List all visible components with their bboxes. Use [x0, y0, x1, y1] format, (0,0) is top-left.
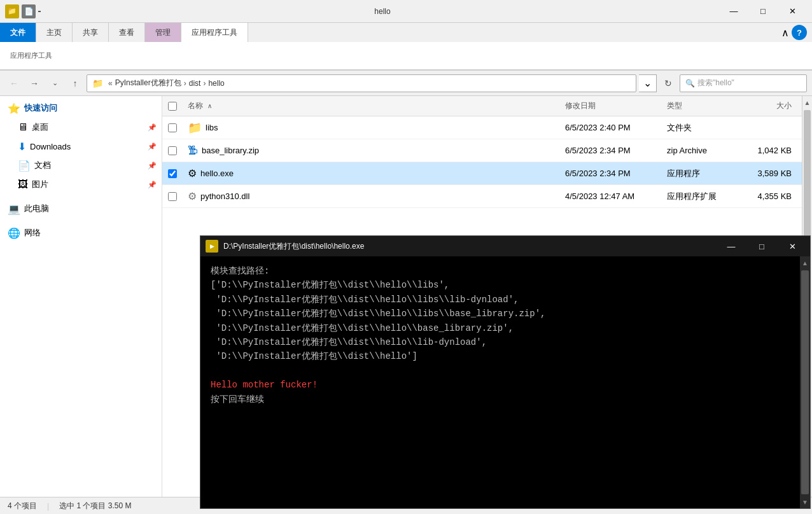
up-button[interactable]: ↑	[66, 74, 84, 92]
documents-icon: 📄	[18, 160, 31, 172]
pictures-label: 图片	[32, 179, 48, 190]
row-date-libs: 6/5/2023 2:40 PM	[560, 123, 662, 132]
console-line-7: 'D:\\PyInstaller优雅打包\\dist\\hello']	[211, 349, 800, 363]
row-date-exe: 6/5/2023 2:34 PM	[560, 169, 662, 178]
close-button[interactable]: ✕	[778, 0, 807, 23]
pictures-icon: 🖼	[18, 179, 28, 190]
sidebar-item-network[interactable]: 🌐 网络	[0, 223, 162, 242]
refresh-button[interactable]: ↻	[659, 74, 677, 92]
search-box[interactable]: 🔍 搜索"hello"	[680, 74, 807, 92]
select-all-checkbox[interactable]	[168, 102, 177, 111]
console-line-1: 模块查找路径:	[211, 264, 800, 278]
checkbox-zip[interactable]	[168, 146, 177, 155]
sidebar-item-thispc[interactable]: 💻 此电脑	[0, 199, 162, 218]
scrollbar-up[interactable]: ▲	[802, 96, 812, 109]
maximize-button[interactable]: □	[748, 0, 778, 23]
row-check-exe[interactable]	[162, 169, 183, 178]
file-row[interactable]: ⚙ python310.dll 4/5/2023 12:47 AM 应用程序扩展…	[162, 185, 802, 208]
path-part-root[interactable]: PyInstaller优雅打包	[115, 78, 181, 88]
path-part-hello[interactable]: hello	[208, 79, 224, 88]
libs-icon: 📁	[188, 121, 202, 135]
sidebar-quick-access[interactable]: ⭐ 快速访问	[0, 99, 162, 118]
console-line-2: ['D:\\PyInstaller优雅打包\\dist\\hello\\libs…	[211, 278, 800, 292]
row-type-libs: 文件夹	[662, 122, 738, 134]
header-type[interactable]: 类型	[662, 101, 738, 111]
row-check-zip[interactable]	[162, 146, 183, 155]
row-name-libs[interactable]: 📁 libs	[183, 121, 560, 135]
sidebar-item-pictures[interactable]: 🖼 图片 📌	[0, 175, 162, 194]
help-button[interactable]: ?	[792, 25, 807, 40]
path-folder-icon: 📁	[92, 78, 103, 88]
row-check-dll[interactable]	[162, 192, 183, 201]
console-line-4: 'D:\\PyInstaller优雅打包\\dist\\hello\\libs\…	[211, 307, 800, 321]
file-row[interactable]: 📁 libs 6/5/2023 2:40 PM 文件夹	[162, 116, 802, 139]
console-window: ▶ D:\PyInstaller优雅打包\dist\hello\hello.ex…	[200, 235, 811, 509]
header-check[interactable]	[162, 102, 183, 111]
dll-icon: ⚙	[188, 190, 197, 202]
address-dropdown-button[interactable]: ⌄	[639, 74, 657, 92]
console-scrollbar[interactable]: ▲ ▼	[800, 256, 810, 508]
path-part-dist[interactable]: dist	[189, 79, 201, 88]
console-title-text: D:\PyInstaller优雅打包\dist\hello\hello.exe	[223, 241, 713, 252]
console-line-5: 'D:\\PyInstaller优雅打包\\dist\\hello\\base_…	[211, 321, 800, 335]
recent-locations-button[interactable]: ⌄	[46, 74, 64, 92]
tab-manage[interactable]: 管理	[145, 23, 181, 42]
row-name-exe[interactable]: ⚙ hello.exe	[183, 167, 560, 179]
row-type-exe: 应用程序	[662, 168, 738, 179]
file-row[interactable]: ⚙ hello.exe 6/5/2023 2:34 PM 应用程序 3,589 …	[162, 162, 802, 185]
file-row[interactable]: 🗜 base_library.zip 6/5/2023 2:34 PM zip …	[162, 139, 802, 162]
sidebar-item-desktop[interactable]: 🖥 桌面 📌	[0, 118, 162, 137]
documents-label: 文档	[34, 160, 51, 171]
console-scroll-up[interactable]: ▲	[800, 256, 810, 269]
network-label: 网络	[24, 227, 41, 239]
console-line-6: 'D:\\PyInstaller优雅打包\\dist\\hello\\lib-d…	[211, 335, 800, 349]
tab-home[interactable]: 主页	[36, 23, 73, 42]
ribbon-apptools-label: 应用程序工具	[5, 48, 57, 63]
libs-name: libs	[206, 123, 218, 132]
window-controls: — □ ✕	[719, 0, 807, 23]
console-icon: ▶	[206, 240, 218, 253]
sidebar-item-documents[interactable]: 📄 文档 📌	[0, 156, 162, 175]
console-close[interactable]: ✕	[780, 236, 805, 256]
search-icon: 🔍	[685, 79, 695, 88]
tab-apptools[interactable]: 应用程序工具	[181, 23, 248, 42]
console-title-bar: ▶ D:\PyInstaller优雅打包\dist\hello\hello.ex…	[200, 236, 810, 256]
dll-name: python310.dll	[200, 191, 249, 201]
console-maximize[interactable]: □	[749, 236, 774, 256]
tab-view[interactable]: 查看	[109, 23, 145, 42]
tab-file[interactable]: 文件	[0, 23, 36, 42]
ribbon-spacer	[248, 23, 776, 42]
header-name[interactable]: 名称 ∧	[183, 101, 560, 111]
divider	[38, 11, 41, 12]
console-scroll-thumb[interactable]	[801, 270, 809, 494]
header-size[interactable]: 大小	[738, 101, 802, 111]
console-scroll-down[interactable]: ▼	[800, 496, 810, 508]
row-check-libs[interactable]	[162, 123, 183, 132]
title-bar: 📁 📄 hello — □ ✕	[0, 0, 812, 23]
quick-access-icon: ⭐	[8, 102, 20, 115]
address-path[interactable]: 📁 « PyInstaller优雅打包 › dist › hello	[87, 74, 636, 92]
tab-share[interactable]: 共享	[73, 23, 109, 42]
sidebar-item-downloads[interactable]: ⬇ Downloads 📌	[0, 137, 162, 156]
exe-name: hello.exe	[200, 169, 234, 178]
checkbox-dll[interactable]	[168, 192, 177, 201]
thispc-icon: 💻	[8, 203, 20, 215]
row-size-exe: 3,589 KB	[738, 169, 802, 178]
header-date[interactable]: 修改日期	[560, 101, 662, 111]
checkbox-exe[interactable]	[168, 169, 177, 178]
network-icon: 🌐	[8, 227, 20, 239]
row-name-dll[interactable]: ⚙ python310.dll	[183, 190, 560, 202]
title-bar-icons: 📁 📄	[5, 4, 41, 18]
selected-count: 选中 1 个项目 3.50 M	[59, 501, 131, 511]
desktop-pin-icon: 📌	[148, 123, 157, 132]
checkbox-libs[interactable]	[168, 123, 177, 132]
back-button[interactable]: ←	[5, 74, 23, 92]
row-type-dll: 应用程序扩展	[662, 191, 738, 202]
row-name-zip[interactable]: 🗜 base_library.zip	[183, 145, 560, 156]
forward-button[interactable]: →	[25, 74, 43, 92]
console-minimize[interactable]: —	[718, 236, 744, 256]
row-date-zip: 6/5/2023 2:34 PM	[560, 146, 662, 155]
ribbon-right-controls: ∧ ?	[776, 23, 812, 42]
ribbon-collapse-button[interactable]: ∧	[781, 27, 789, 39]
minimize-button[interactable]: —	[719, 0, 748, 23]
